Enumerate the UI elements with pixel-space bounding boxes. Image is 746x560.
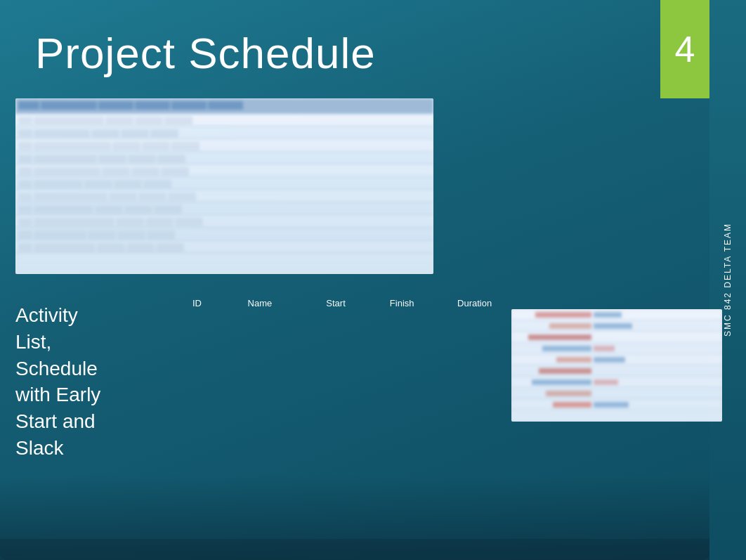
activity-line4: with Early <box>15 382 100 408</box>
col-header-id: ID <box>177 295 217 311</box>
col-header-name: Name <box>217 295 303 311</box>
activity-line3: Schedule <box>15 356 100 382</box>
sidebar-label: SMC 842 DELTA TEAM <box>723 223 733 337</box>
gantt-blur <box>511 309 722 422</box>
col-header-finish: Finish <box>369 295 435 311</box>
activity-line6: Slack <box>15 435 100 462</box>
activity-line1: Activity <box>15 302 100 329</box>
gantt-image-area <box>511 309 722 422</box>
activity-line2: List, <box>15 329 100 356</box>
table-image-area <box>15 98 433 274</box>
activity-line5: Start and <box>15 408 100 435</box>
main-container: SMC 842 DELTA TEAM 4 Project Schedule <box>0 0 746 560</box>
table-blur <box>15 98 433 274</box>
col-header-duration: Duration <box>435 295 514 311</box>
sidebar-right: SMC 842 DELTA TEAM <box>709 0 746 560</box>
col-header-start: Start <box>303 295 369 311</box>
page-number-badge: 4 <box>660 0 709 98</box>
page-number: 4 <box>675 28 695 70</box>
page-title: Project Schedule <box>35 28 376 78</box>
activity-description: Activity List, Schedule with Early Start… <box>15 302 100 462</box>
corner-decoration <box>0 539 709 560</box>
